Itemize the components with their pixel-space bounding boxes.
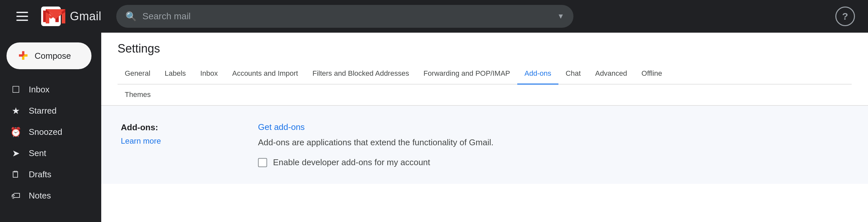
developer-addons-row: Enable developer add-ons for my account bbox=[258, 157, 848, 167]
notes-icon: 🏷 bbox=[10, 190, 22, 201]
addons-description: Add-ons are applications that extend the… bbox=[258, 137, 848, 148]
logo-area: Gmail bbox=[41, 6, 106, 26]
tab-themes[interactable]: Themes bbox=[118, 85, 852, 106]
tabs-row: General Labels Inbox Accounts and Import… bbox=[118, 63, 852, 85]
app-name: Gmail bbox=[70, 9, 101, 23]
tab-advanced[interactable]: Advanced bbox=[588, 63, 634, 85]
settings-title: Settings bbox=[118, 42, 852, 56]
sent-icon: ➤ bbox=[10, 148, 22, 159]
developer-addons-label: Enable developer add-ons for my account bbox=[273, 157, 430, 167]
snoozed-label: Snoozed bbox=[29, 127, 62, 137]
search-bar: 🔍 ▼ bbox=[116, 5, 574, 28]
get-addons-link[interactable]: Get add-ons bbox=[258, 122, 848, 132]
inbox-label: Inbox bbox=[29, 85, 50, 95]
sidebar: ✚ Compose ☐ Inbox ★ Starred ⏰ Snoozed ➤ … bbox=[0, 33, 101, 222]
main-layout: ✚ Compose ☐ Inbox ★ Starred ⏰ Snoozed ➤ … bbox=[0, 33, 868, 222]
sidebar-item-drafts[interactable]: 🗒 Drafts bbox=[0, 164, 96, 185]
tab-filters-blocked[interactable]: Filters and Blocked Addresses bbox=[305, 63, 416, 85]
tab-inbox[interactable]: Inbox bbox=[193, 63, 225, 85]
menu-button[interactable] bbox=[13, 8, 31, 24]
topbar-right: ? bbox=[835, 6, 855, 26]
tab-general[interactable]: General bbox=[118, 63, 157, 85]
tab-accounts-import[interactable]: Accounts and Import bbox=[225, 63, 305, 85]
help-button[interactable]: ? bbox=[835, 6, 855, 26]
notes-label: Notes bbox=[29, 191, 51, 201]
tab-add-ons[interactable]: Add-ons bbox=[517, 63, 558, 85]
snoozed-icon: ⏰ bbox=[10, 127, 22, 137]
tab-offline[interactable]: Offline bbox=[634, 63, 669, 85]
compose-label: Compose bbox=[35, 51, 71, 61]
addons-label: Add-ons: bbox=[121, 122, 158, 132]
compose-plus-icon: ✚ bbox=[18, 49, 28, 63]
starred-label: Starred bbox=[29, 106, 57, 116]
themes-row: Themes bbox=[101, 85, 868, 106]
settings-header: Settings General Labels Inbox Accounts a… bbox=[101, 33, 868, 85]
starred-icon: ★ bbox=[10, 105, 22, 116]
compose-button[interactable]: ✚ Compose bbox=[6, 42, 91, 69]
inbox-icon: ☐ bbox=[10, 84, 22, 95]
content-area: Settings General Labels Inbox Accounts a… bbox=[101, 33, 868, 222]
sidebar-item-notes[interactable]: 🏷 Notes bbox=[0, 185, 96, 206]
search-input[interactable] bbox=[116, 5, 574, 28]
tab-forwarding-pop-imap[interactable]: Forwarding and POP/IMAP bbox=[416, 63, 517, 85]
sent-label: Sent bbox=[29, 148, 46, 158]
learn-more-link[interactable]: Learn more bbox=[121, 136, 238, 146]
tab-labels[interactable]: Labels bbox=[157, 63, 193, 85]
drafts-icon: 🗒 bbox=[10, 169, 22, 180]
addons-section: Add-ons: Learn more Get add-ons Add-ons … bbox=[101, 106, 868, 184]
addons-right: Get add-ons Add-ons are applications tha… bbox=[258, 122, 848, 167]
sidebar-item-sent[interactable]: ➤ Sent bbox=[0, 143, 96, 164]
search-dropdown-icon[interactable]: ▼ bbox=[557, 12, 564, 21]
search-icon: 🔍 bbox=[125, 11, 137, 22]
sidebar-item-starred[interactable]: ★ Starred bbox=[0, 100, 96, 122]
drafts-label: Drafts bbox=[29, 169, 51, 180]
sidebar-item-inbox[interactable]: ☐ Inbox bbox=[0, 79, 96, 100]
topbar: Gmail 🔍 ▼ ? bbox=[0, 0, 868, 33]
sidebar-item-snoozed[interactable]: ⏰ Snoozed bbox=[0, 122, 96, 143]
tab-chat[interactable]: Chat bbox=[558, 63, 588, 85]
gmail-m-icon bbox=[46, 6, 65, 26]
addons-label-col: Add-ons: Learn more bbox=[121, 122, 238, 167]
developer-addons-checkbox[interactable] bbox=[258, 158, 267, 167]
